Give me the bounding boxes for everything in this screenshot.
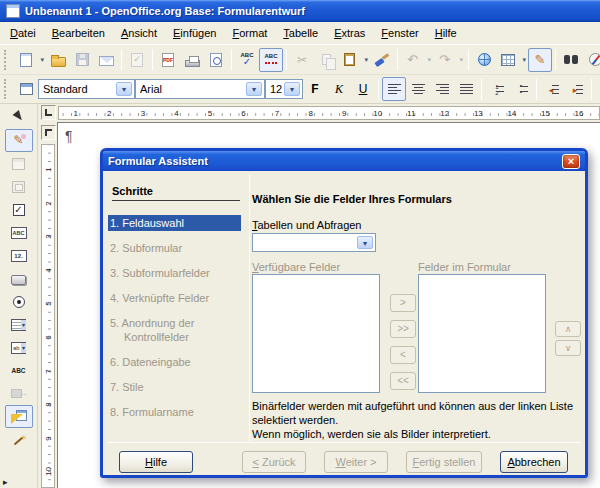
step-5-anordnung-der-kontrollfelder[interactable]: 5. Anordnung der Kontrollfelder: [108, 315, 241, 345]
tab-stop-selector[interactable]: [41, 105, 56, 120]
hyperlink-button[interactable]: [472, 48, 496, 72]
move-down-button[interactable]: ∨: [555, 340, 581, 356]
push-button-icon: [11, 275, 26, 285]
help-button[interactable]: Hilfe: [119, 451, 193, 473]
wizards-toggle-button[interactable]: [5, 428, 33, 451]
align-left-button[interactable]: [382, 77, 406, 101]
window-titlebar[interactable]: Unbenannt 1 - OpenOffice.org Base: Formu…: [0, 0, 600, 22]
step-8-formularname[interactable]: 8. Formularname: [108, 404, 241, 420]
dialog-close-button[interactable]: ×: [562, 154, 580, 169]
navigator-button[interactable]: [583, 48, 600, 72]
menu-ansicht[interactable]: Ansicht: [113, 23, 165, 43]
move-up-button[interactable]: ∧: [555, 321, 581, 337]
open-button[interactable]: [46, 48, 70, 72]
spellcheck-button[interactable]: [235, 48, 259, 72]
list-box-control-button[interactable]: [5, 313, 33, 336]
available-fields-listbox[interactable]: [252, 274, 380, 393]
cut-button[interactable]: [290, 48, 314, 72]
font-color-button[interactable]: [595, 77, 600, 101]
bold-label: F: [308, 82, 322, 96]
bold-button[interactable]: F: [303, 77, 327, 101]
ruler-number: 4: [42, 254, 54, 288]
numbered-list-button[interactable]: [485, 77, 509, 101]
italic-button[interactable]: K: [327, 77, 351, 101]
bullet-list-button[interactable]: [509, 77, 533, 101]
toolbar-overflow-icon[interactable]: ▸: [3, 477, 8, 487]
step-3-subformularfelder[interactable]: 3. Subformularfelder: [108, 265, 241, 281]
font-size-combo[interactable]: 12: [265, 79, 303, 99]
move-all-left-button[interactable]: <<: [390, 372, 416, 390]
label-field-button[interactable]: [5, 359, 33, 382]
increase-indent-button[interactable]: [564, 77, 588, 101]
push-button-control-button[interactable]: [5, 267, 33, 290]
toolbar-drag-handle[interactable]: [4, 50, 10, 70]
auto-spellcheck-button[interactable]: [259, 48, 283, 72]
text-box-control-button[interactable]: [5, 221, 33, 244]
undo-button[interactable]: [401, 48, 433, 72]
underline-button[interactable]: U: [351, 77, 375, 101]
step-1-feldauswahl[interactable]: 1. Feldauswahl: [108, 215, 241, 231]
design-mode-button[interactable]: [528, 48, 552, 72]
menu-bearbeiten[interactable]: Bearbeiten: [44, 23, 113, 43]
back-button[interactable]: < Zurück: [242, 451, 306, 473]
next-button[interactable]: Weiter >: [324, 451, 388, 473]
combo-box-control-button[interactable]: [5, 336, 33, 359]
magic-wand-icon: [11, 433, 27, 447]
more-controls-button[interactable]: [5, 382, 33, 405]
menu-datei[interactable]: Datei: [2, 23, 44, 43]
design-mode-toggle-button[interactable]: [5, 129, 33, 152]
form-properties-button[interactable]: [5, 175, 33, 198]
cancel-button[interactable]: Abbrechen: [500, 451, 568, 473]
align-right-button[interactable]: [430, 77, 454, 101]
align-justify-button[interactable]: [454, 77, 478, 101]
save-button[interactable]: [70, 48, 94, 72]
paragraph-style-combo[interactable]: Standard: [38, 79, 135, 99]
select-button[interactable]: [5, 106, 33, 129]
redo-button[interactable]: [433, 48, 465, 72]
move-selected-left-button[interactable]: <: [390, 346, 416, 364]
control-properties-button[interactable]: [5, 152, 33, 175]
dialog-titlebar[interactable]: Formular Assistent ×: [103, 151, 585, 171]
step-2-subformular[interactable]: 2. Subformular: [108, 240, 241, 256]
app-icon: [6, 4, 20, 18]
page-preview-button[interactable]: [204, 48, 228, 72]
print-button[interactable]: [180, 48, 204, 72]
menu-hilfe[interactable]: Hilfe: [427, 23, 465, 43]
check-box-control-button[interactable]: [5, 198, 33, 221]
edit-file-button[interactable]: [125, 48, 149, 72]
option-button-control-button[interactable]: [5, 290, 33, 313]
copy-button[interactable]: [314, 48, 338, 72]
export-pdf-button[interactable]: [156, 48, 180, 72]
menu-extras[interactable]: Extras: [326, 23, 373, 43]
menu-fenster[interactable]: Fenster: [373, 23, 426, 43]
check-box-icon: [13, 204, 25, 216]
format-paintbrush-button[interactable]: [370, 48, 394, 72]
menu-tabelle[interactable]: Tabelle: [275, 23, 326, 43]
styles-window-icon: [20, 83, 33, 95]
paste-button[interactable]: [338, 48, 370, 72]
fields-in-form-listbox[interactable]: [418, 274, 546, 393]
toolbar-drag-handle[interactable]: [4, 79, 10, 99]
step-4-verknuepfte-felder[interactable]: 4. Verknüpfte Felder: [108, 290, 241, 306]
email-document-button[interactable]: [94, 48, 118, 72]
form-design-button[interactable]: [5, 405, 33, 428]
styles-formatting-button[interactable]: [14, 77, 38, 101]
finish-button[interactable]: Fertig stellen: [406, 451, 482, 473]
indent-marker[interactable]: [41, 125, 56, 140]
menu-einfuegen[interactable]: Einfügen: [165, 23, 224, 43]
menu-format[interactable]: Format: [224, 23, 275, 43]
formatted-field-button[interactable]: [5, 244, 33, 267]
move-all-right-button[interactable]: >>: [390, 320, 416, 338]
font-name-combo[interactable]: Arial: [135, 79, 265, 99]
insert-table-button[interactable]: [496, 48, 528, 72]
menu-bar: Datei Bearbeiten Ansicht Einfügen Format…: [0, 22, 600, 45]
decrease-indent-button[interactable]: [540, 77, 564, 101]
step-6-dateneingabe[interactable]: 6. Dateneingabe: [108, 354, 241, 370]
new-document-button[interactable]: [14, 48, 46, 72]
design-pencil-icon: [11, 133, 26, 148]
tables-queries-combo[interactable]: [252, 233, 376, 252]
step-7-stile[interactable]: 7. Stile: [108, 379, 241, 395]
align-center-button[interactable]: [406, 77, 430, 101]
move-selected-right-button[interactable]: >: [390, 294, 416, 312]
find-replace-button[interactable]: [559, 48, 583, 72]
